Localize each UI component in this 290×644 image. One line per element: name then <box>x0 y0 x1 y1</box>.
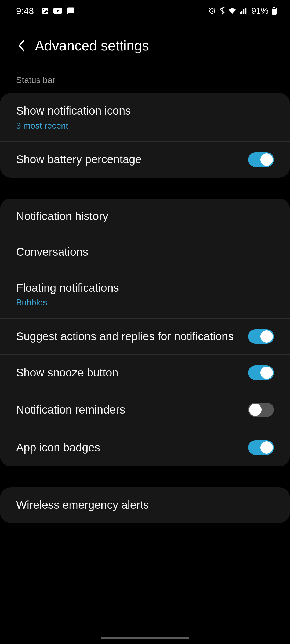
alarm-icon <box>208 7 216 14</box>
svg-rect-7 <box>245 8 246 14</box>
message-icon <box>67 7 75 15</box>
svg-rect-5 <box>241 11 242 14</box>
row-title: Floating notifications <box>16 281 269 295</box>
row-title: Wireless emergency alerts <box>16 498 269 512</box>
row-title: Show battery percentage <box>16 152 243 167</box>
svg-point-1 <box>43 9 44 10</box>
row-show-battery-percentage[interactable]: Show battery percentage <box>0 141 290 178</box>
card-status-bar: Show notification icons 3 most recent Sh… <box>0 93 290 178</box>
toggle-notification-reminders[interactable] <box>248 402 274 417</box>
toggle-show-snooze[interactable] <box>248 365 274 380</box>
battery-icon <box>272 7 277 15</box>
row-title: Notification reminders <box>16 403 233 417</box>
battery-percentage-text: 91% <box>251 6 269 16</box>
row-title: Suggest actions and replies for notifica… <box>16 330 243 344</box>
home-indicator[interactable] <box>101 637 189 639</box>
status-right: 91% <box>208 6 277 16</box>
row-title: Show notification icons <box>16 104 269 118</box>
toggle-battery-percentage[interactable] <box>248 152 274 167</box>
row-notification-history[interactable]: Notification history <box>0 199 290 234</box>
split-divider <box>238 402 238 418</box>
svg-rect-6 <box>243 9 244 14</box>
row-show-snooze-button[interactable]: Show snooze button <box>0 354 290 391</box>
toggle-suggest-actions[interactable] <box>248 329 274 344</box>
status-bar: 9:48 91% <box>0 0 290 21</box>
row-notification-reminders[interactable]: Notification reminders <box>0 391 290 429</box>
row-title: App icon badges <box>16 441 233 455</box>
signal-icon <box>240 8 247 14</box>
header: Advanced settings <box>0 21 290 59</box>
svg-rect-9 <box>273 7 276 8</box>
section-label-status-bar: Status bar <box>0 59 290 90</box>
row-wireless-emergency-alerts[interactable]: Wireless emergency alerts <box>0 487 290 523</box>
card-notifications: Notification history Conversations Float… <box>0 199 290 467</box>
row-subtitle: Bubbles <box>16 298 269 308</box>
gallery-icon <box>41 7 49 15</box>
row-suggest-actions[interactable]: Suggest actions and replies for notifica… <box>0 318 290 354</box>
wifi-icon <box>228 8 236 14</box>
toggle-app-icon-badges[interactable] <box>248 440 274 455</box>
row-subtitle: 3 most recent <box>16 121 269 131</box>
row-title: Notification history <box>16 209 269 224</box>
status-time: 9:48 <box>16 6 34 16</box>
bluetooth-icon <box>219 7 225 15</box>
youtube-icon <box>53 8 62 14</box>
row-title: Conversations <box>16 245 269 259</box>
row-show-notification-icons[interactable]: Show notification icons 3 most recent <box>0 93 290 141</box>
card-wireless-alerts: Wireless emergency alerts <box>0 487 290 523</box>
split-divider <box>238 440 238 456</box>
row-conversations[interactable]: Conversations <box>0 234 290 270</box>
row-title: Show snooze button <box>16 366 243 380</box>
svg-rect-4 <box>240 12 241 14</box>
back-button[interactable] <box>16 40 27 51</box>
status-left: 9:48 <box>16 6 75 16</box>
svg-rect-10 <box>272 8 276 9</box>
row-floating-notifications[interactable]: Floating notifications Bubbles <box>0 270 290 319</box>
row-app-icon-badges[interactable]: App icon badges <box>0 429 290 466</box>
page-title: Advanced settings <box>35 38 149 54</box>
